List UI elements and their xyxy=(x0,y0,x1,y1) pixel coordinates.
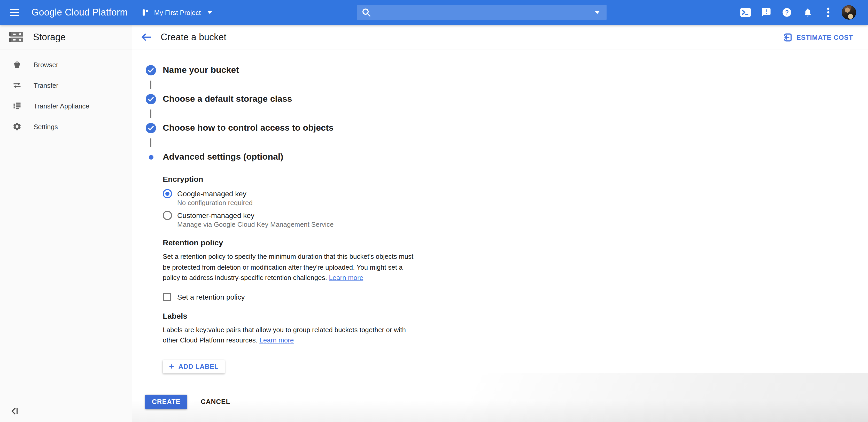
sidebar-header: Storage xyxy=(0,25,132,50)
add-label-button[interactable]: + ADD LABEL xyxy=(163,360,225,373)
account-button[interactable] xyxy=(839,0,859,25)
estimate-cost-icon xyxy=(783,33,792,41)
avatar xyxy=(842,5,856,20)
create-bucket-stepper: Name your bucket Choose a default storag… xyxy=(146,65,868,162)
radio-description: No configuration required xyxy=(177,199,868,206)
sidebar-item-label: Transfer Appliance xyxy=(34,102,89,110)
retention-policy-text: Set a retention policy to specify the mi… xyxy=(163,253,413,282)
labels-learn-more-link[interactable]: Learn more xyxy=(259,336,294,344)
retention-policy-description: Set a retention policy to specify the mi… xyxy=(163,252,421,283)
more-options-button[interactable] xyxy=(818,0,839,25)
menu-button[interactable] xyxy=(5,0,24,25)
step-name-your-bucket: Name your bucket xyxy=(146,65,868,75)
svg-text:?: ? xyxy=(785,9,789,16)
feedback-button[interactable] xyxy=(756,0,777,25)
help-button[interactable]: ? xyxy=(777,0,797,25)
sidebar-item-transfer[interactable]: Transfer xyxy=(0,75,132,96)
sidebar-item-settings[interactable]: Settings xyxy=(0,116,132,137)
labels-heading: Labels xyxy=(163,311,868,321)
set-retention-policy-checkbox-row[interactable]: Set a retention policy xyxy=(163,293,868,301)
step-title[interactable]: Name your bucket xyxy=(163,65,239,75)
step-title[interactable]: Advanced settings (optional) xyxy=(163,152,283,162)
step-active-icon xyxy=(146,155,156,159)
project-selector[interactable]: My First Project xyxy=(141,8,212,17)
estimate-cost-button[interactable]: ESTIMATE COST xyxy=(783,33,853,41)
sidebar-item-label: Settings xyxy=(34,123,58,130)
feedback-icon xyxy=(761,7,771,18)
step-storage-class: Choose a default storage class xyxy=(146,94,868,104)
add-label-button-label: ADD LABEL xyxy=(178,363,219,370)
step-complete-icon xyxy=(146,94,156,104)
search-dropdown-caret-icon[interactable] xyxy=(595,11,600,14)
page-header: Create a bucket ESTIMATE COST xyxy=(132,25,868,50)
radio-label: Google-managed key xyxy=(177,190,246,198)
gcp-console: Google Cloud Platform My First Project xyxy=(0,0,868,422)
radio-customer-managed-key[interactable]: Customer-managed key xyxy=(163,211,868,220)
step-advanced-settings: Advanced settings (optional) xyxy=(146,152,868,162)
search-icon xyxy=(362,8,371,17)
cancel-button[interactable]: CANCEL xyxy=(193,394,238,409)
retention-policy-heading: Retention policy xyxy=(163,238,868,248)
appliance-list-icon xyxy=(12,101,22,110)
checkbox-label: Set a retention policy xyxy=(177,293,245,301)
notifications-icon xyxy=(803,7,812,18)
project-name: My First Project xyxy=(154,8,201,16)
radio-selected-icon[interactable] xyxy=(163,189,172,198)
step-complete-icon xyxy=(146,65,156,75)
back-button[interactable] xyxy=(140,31,152,43)
radio-unselected-icon[interactable] xyxy=(163,211,172,220)
storage-product-icon xyxy=(8,32,24,43)
page-title: Create a bucket xyxy=(161,32,226,43)
back-arrow-icon xyxy=(141,33,151,41)
search-bar[interactable] xyxy=(357,5,607,20)
checkbox-unchecked-icon[interactable] xyxy=(163,293,171,301)
estimate-cost-label: ESTIMATE COST xyxy=(797,33,853,41)
step-complete-icon xyxy=(146,123,156,133)
cloud-shell-button[interactable] xyxy=(735,0,756,25)
cloud-shell-icon xyxy=(740,7,751,18)
more-vert-icon xyxy=(827,7,830,18)
notifications-button[interactable] xyxy=(797,0,818,25)
sidebar-nav: Browser Transfer xyxy=(0,50,132,137)
sidebar-item-label: Browser xyxy=(34,61,58,68)
collapse-sidebar-button[interactable] xyxy=(10,407,19,415)
step-access-control: Choose how to control access to objects xyxy=(146,123,868,133)
gear-icon xyxy=(12,122,22,131)
plus-icon: + xyxy=(169,362,174,371)
storage-sidebar: Storage Browser xyxy=(0,25,132,422)
project-icon xyxy=(141,8,150,17)
page-body: Storage Browser xyxy=(0,25,868,422)
sidebar-title: Storage xyxy=(33,32,66,43)
search-input[interactable] xyxy=(371,8,588,16)
labels-description: Labels are key:value pairs that allow yo… xyxy=(163,325,421,346)
step-title[interactable]: Choose a default storage class xyxy=(163,94,292,104)
main-panel: Create a bucket ESTIMATE COST xyxy=(132,25,868,422)
step-connector xyxy=(150,138,151,147)
bucket-icon xyxy=(12,60,22,69)
help-icon: ? xyxy=(782,7,792,18)
radio-label: Customer-managed key xyxy=(177,211,254,220)
collapse-sidebar-icon xyxy=(10,407,19,415)
encryption-heading: Encryption xyxy=(163,174,868,184)
chevron-down-icon xyxy=(207,11,212,14)
form-actions: CREATE CANCEL xyxy=(145,394,868,409)
step-connector xyxy=(150,80,151,89)
advanced-settings-content: Encryption Google-managed key No configu… xyxy=(163,174,868,373)
menu-icon xyxy=(10,9,19,16)
product-logo[interactable]: Google Cloud Platform xyxy=(32,7,128,18)
radio-description: Manage via Google Cloud Key Management S… xyxy=(177,221,868,228)
app-bar: Google Cloud Platform My First Project xyxy=(0,0,868,25)
step-connector xyxy=(150,109,151,118)
step-title[interactable]: Choose how to control access to objects xyxy=(163,123,334,133)
create-button[interactable]: CREATE xyxy=(145,394,187,409)
sidebar-item-browser[interactable]: Browser xyxy=(0,54,132,75)
appbar-actions: ? xyxy=(735,0,859,25)
sidebar-item-label: Transfer xyxy=(34,82,58,89)
retention-learn-more-link[interactable]: Learn more xyxy=(329,274,363,282)
sidebar-item-transfer-appliance[interactable]: Transfer Appliance xyxy=(0,96,132,116)
transfer-arrows-icon xyxy=(12,80,22,90)
radio-google-managed-key[interactable]: Google-managed key xyxy=(163,189,868,198)
